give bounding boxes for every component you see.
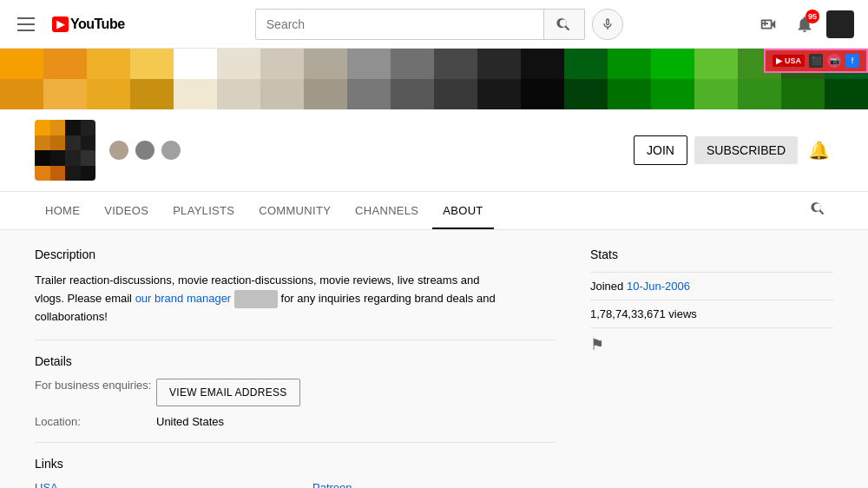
youtube-logo[interactable]: ▶ YouTube: [52, 16, 125, 32]
hamburger-menu[interactable]: [14, 14, 38, 35]
channel-banner: ▶ USA ⬛ 📷 f: [0, 49, 868, 109]
notifications-button[interactable]: 95: [790, 10, 819, 39]
view-email-button[interactable]: VIEW EMAIL ADDRESS: [156, 379, 300, 406]
about-content: Description Trailer reaction-discussions…: [0, 230, 868, 488]
location-label: Location:: [35, 415, 156, 428]
flag-report-icon[interactable]: ⚑: [590, 335, 833, 354]
stats-divider-3: [590, 327, 833, 328]
search-button[interactable]: [543, 10, 584, 39]
tab-community[interactable]: COMMUNITY: [248, 192, 341, 229]
tab-videos[interactable]: VIDEOS: [94, 192, 159, 229]
yt-flag: ▶ USA: [773, 55, 805, 67]
search-icon: [556, 16, 572, 32]
notification-badge: 95: [806, 10, 819, 23]
meta-avatar-3: [161, 141, 181, 160]
channel-info: [109, 141, 634, 160]
links-grid: USA Patreon Instagram Twitter Facebook: [35, 481, 556, 488]
location-row: Location: United States: [35, 415, 556, 428]
bell-button[interactable]: 🔔: [805, 136, 833, 164]
description-section-title: Description: [35, 247, 556, 261]
blurred-email: █████: [234, 290, 278, 308]
yt-logo-icon: ▶: [52, 16, 69, 32]
add-video-icon: [759, 15, 778, 34]
joined-label: Joined: [590, 280, 627, 293]
mic-icon: [601, 17, 615, 31]
search-box: [255, 9, 585, 40]
views-stat: 1,78,74,33,671 views: [590, 307, 833, 320]
flag-icon-3[interactable]: f: [845, 54, 859, 68]
stats-divider-1: [590, 272, 833, 273]
stats-section-title: Stats: [590, 247, 833, 261]
links-section-title: Links: [35, 457, 556, 471]
user-avatar[interactable]: [826, 10, 854, 38]
channel-actions: JOIN SUBSCRIBED 🔔: [634, 135, 833, 165]
link-patreon[interactable]: Patreon: [312, 481, 556, 488]
location-value: United States: [156, 415, 224, 428]
tab-home[interactable]: HOME: [35, 192, 90, 229]
nav-left: ▶ YouTube: [14, 14, 125, 35]
flag-icon-1[interactable]: ⬛: [809, 54, 823, 68]
channel-header: JOIN SUBSCRIBED 🔔: [0, 109, 868, 192]
meta-avatars: [109, 141, 181, 160]
country-bar: ▶ USA ⬛ 📷 f: [764, 49, 868, 73]
divider-1: [35, 340, 556, 340]
nav-right: 95: [753, 10, 854, 39]
mic-button[interactable]: [592, 9, 623, 40]
content-right: Stats Joined 10-Jun-2006 1,78,74,33,671 …: [590, 247, 833, 488]
joined-date[interactable]: 10-Jun-2006: [627, 280, 690, 293]
yt-logo-text: YouTube: [70, 16, 125, 32]
description-link[interactable]: our brand manager: [135, 292, 232, 305]
join-button[interactable]: JOIN: [634, 135, 687, 165]
flag-icon-2[interactable]: 📷: [827, 54, 841, 68]
joined-stat: Joined 10-Jun-2006: [590, 280, 833, 293]
subscribed-button[interactable]: SUBSCRIBED: [694, 136, 798, 164]
meta-avatar-2: [135, 141, 155, 160]
business-label: For business enquiries:: [35, 379, 156, 392]
content-left: Description Trailer reaction-discussions…: [35, 247, 556, 488]
business-row: For business enquiries: VIEW EMAIL ADDRE…: [35, 379, 556, 406]
add-video-button[interactable]: [753, 10, 783, 39]
stats-divider-2: [590, 300, 833, 300]
top-navigation: ▶ YouTube 95: [0, 0, 868, 49]
divider-2: [35, 442, 556, 443]
channel-avatar: [35, 120, 95, 181]
details-section-title: Details: [35, 354, 556, 368]
search-input[interactable]: [256, 10, 543, 38]
tab-channels[interactable]: CHANNELS: [345, 192, 429, 229]
search-container: [125, 9, 753, 40]
channel-meta: [109, 141, 634, 160]
tab-about[interactable]: ABOUT: [432, 192, 493, 229]
meta-avatar-1: [109, 141, 128, 160]
description-text: Trailer reaction-discussions, movie reac…: [35, 272, 503, 326]
tab-playlists[interactable]: PLAYLISTS: [162, 192, 245, 229]
tab-search-button[interactable]: [804, 194, 833, 228]
link-usa[interactable]: USA: [35, 481, 278, 488]
tab-navigation: HOME VIDEOS PLAYLISTS COMMUNITY CHANNELS…: [0, 192, 868, 230]
